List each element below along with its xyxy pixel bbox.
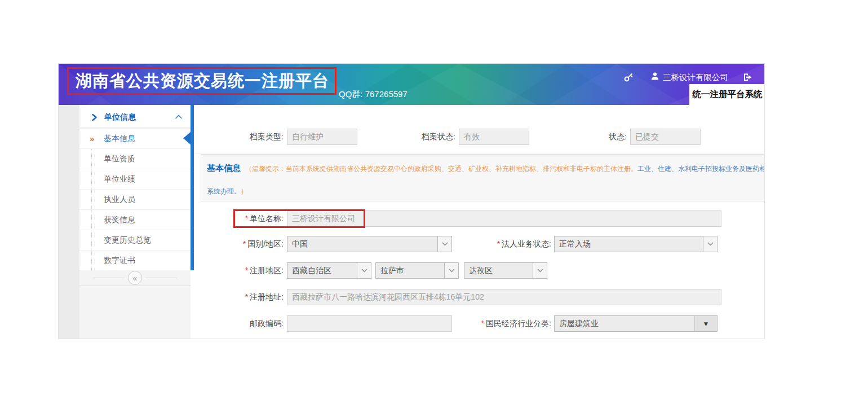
chevron-down-icon[interactable]	[703, 236, 717, 252]
logout-icon[interactable]	[743, 73, 752, 82]
app-header: 湖南省公共资源交易统一注册平台 QQ群: 767265597 三桥设计有限公司	[59, 64, 765, 105]
sidebar-item-label: 获奖信息	[104, 215, 135, 224]
left-gutter	[59, 105, 79, 339]
province-select[interactable]: 西藏自治区	[287, 262, 371, 279]
reg-address-label: *注册地址:	[194, 289, 284, 305]
sidebar-collapse-row: «	[79, 270, 191, 286]
chevron-down-icon[interactable]	[357, 263, 371, 278]
dropdown-triangle-icon[interactable]: ▼	[694, 316, 717, 331]
header-toolbar: 三桥设计有限公司	[623, 71, 752, 84]
country-select[interactable]: 中国	[287, 236, 452, 252]
postal-code-input[interactable]	[287, 315, 452, 332]
chevron-down-icon[interactable]	[444, 263, 458, 278]
qq-group-label: QQ群: 767265597	[339, 89, 408, 100]
section-title: 基本信息	[207, 163, 241, 173]
chevron-up-icon[interactable]	[175, 115, 182, 119]
archive-status-input: 有效	[459, 129, 529, 145]
sidebar-item-unit-performance[interactable]: 单位业绩	[79, 169, 191, 189]
archive-status-label: 档案状态:	[366, 129, 455, 145]
sidebar-item-change-history[interactable]: 变更历史总览	[79, 230, 191, 250]
chevron-right-icon	[92, 114, 97, 121]
app-window: 湖南省公共资源交易统一注册平台 QQ群: 767265597 三桥设计有限公司	[58, 63, 765, 339]
sidebar-item-label: 单位业绩	[104, 174, 135, 183]
hint-text-blue: 工业、住建、水利电子招投标业务及医药相关业务，请到对应的交易	[637, 165, 764, 173]
sidebar-group-unit-info[interactable]: 单位信息	[79, 107, 191, 128]
sidebar-group-label: 单位信息	[104, 112, 136, 122]
chevron-down-icon[interactable]	[533, 263, 547, 278]
section-hint-line2: 系统办理。）	[207, 186, 247, 196]
city-select[interactable]: 拉萨市	[375, 262, 459, 279]
sidebar-item-digital-certificate[interactable]: 数字证书	[79, 250, 191, 270]
divider-line	[93, 278, 125, 278]
main-content: 档案类型: 自行维护 档案状态: 有效 状态: 已提交 基本信息（温馨提示：当前…	[194, 105, 764, 339]
status-label: 状态:	[537, 129, 627, 145]
legal-status-label: *法人业务状态:	[436, 236, 551, 252]
hint-text-orange: （温馨提示：当前本系统提供湖南省公共资源交易中心的政府采购、交通、矿业权、补充耕…	[245, 165, 637, 173]
industry-select[interactable]: 房屋建筑业 ▼	[554, 315, 718, 332]
sidebar: 单位信息 » 基本信息 单位资质 单位业绩 执业人员 获奖信息 变更历史总览 数…	[79, 105, 191, 339]
title-annotation-box: 湖南省公共资源交易统一注册平台	[67, 67, 336, 95]
sidebar-item-label: 单位资质	[104, 154, 135, 163]
company-name-label: *单位名称:	[194, 210, 284, 227]
sidebar-item-basic-info[interactable]: » 基本信息	[79, 128, 191, 148]
reg-address-input: 西藏拉萨市八一路哈达滨河花园西区五排4栋16单元102	[287, 289, 721, 305]
collapse-sidebar-button[interactable]: «	[128, 271, 142, 285]
active-item-arrows-icon: »	[90, 129, 94, 148]
sidebar-item-awards[interactable]: 获奖信息	[79, 209, 191, 230]
hint-text-blue: 系统办理。	[207, 187, 241, 195]
hint-text-orange: ）	[241, 187, 247, 195]
postal-code-label: 邮政编码:	[194, 315, 284, 332]
company-name-input: 三桥设计有限公司	[287, 210, 721, 227]
sidebar-bottom-panel	[79, 286, 191, 339]
archive-type-input: 自行维护	[287, 129, 357, 145]
status-input: 已提交	[630, 129, 701, 145]
industry-label: *国民经济行业分类:	[436, 315, 551, 332]
district-select[interactable]: 达孜区	[464, 262, 547, 279]
reg-region-label: *注册地区:	[194, 262, 284, 279]
section-header-basic-info: 基本信息（温馨提示：当前本系统提供湖南省公共资源交易中心的政府采购、交通、矿业权…	[201, 154, 764, 201]
sidebar-item-practitioners[interactable]: 执业人员	[79, 189, 191, 209]
divider-line	[145, 278, 177, 278]
sidebar-item-label: 执业人员	[104, 195, 135, 204]
user-menu[interactable]: 三桥设计有限公司	[650, 72, 728, 83]
section-hint-line1: 基本信息（温馨提示：当前本系统提供湖南省公共资源交易中心的政府采购、交通、矿业权…	[207, 163, 764, 174]
user-icon	[650, 72, 659, 83]
page-title: 湖南省公共资源交易统一注册平台	[69, 70, 329, 93]
active-item-pointer	[183, 132, 191, 144]
archive-type-label: 档案类型:	[194, 129, 284, 145]
sidebar-item-unit-qualification[interactable]: 单位资质	[79, 148, 191, 169]
sidebar-item-label: 变更历史总览	[104, 235, 151, 244]
sidebar-item-label: 数字证书	[104, 256, 135, 265]
legal-status-select[interactable]: 正常入场	[554, 236, 718, 252]
country-label: *国别/地区:	[194, 236, 284, 252]
system-tab[interactable]: 统一注册平台系统	[689, 84, 765, 105]
sidebar-item-label: 基本信息	[104, 134, 135, 143]
key-icon[interactable]	[623, 72, 634, 82]
company-name: 三桥设计有限公司	[663, 72, 728, 83]
